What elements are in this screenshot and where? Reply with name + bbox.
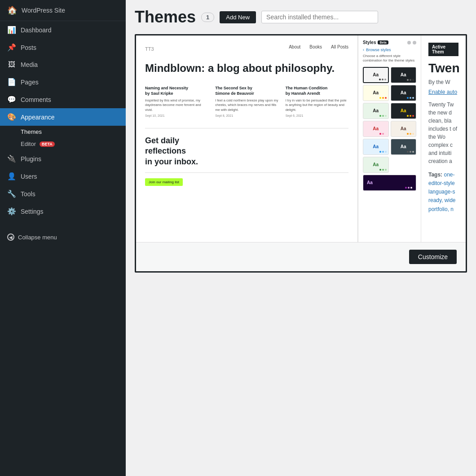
sidebar: 🏠 WordPress Site 📊 Dashboard 📌 Posts 🖼 M… [0,0,126,476]
style-swatch-10[interactable]: Aa [391,139,417,155]
styles-panel: Styles Beta ‹ Browse styles Choose a dif… [358,35,421,242]
users-icon: 👤 [7,172,16,181]
browser-post-1: Naming and Necessityby Saul Kripke Inspi… [145,86,208,117]
customize-button[interactable]: Customize [409,250,457,264]
sidebar-item-media[interactable]: 🖼 Media [0,56,126,73]
styles-panel-title: Styles Beta [363,40,388,45]
editor-beta-badge: beta [40,141,55,147]
post-date-3: Sept 6, 2021 [286,114,348,117]
media-icon: 🖼 [7,61,16,69]
posts-icon: 📌 [7,43,16,52]
post-title-2: The Second Sex bySimone de Beauvoir [215,86,278,96]
site-name-label: WordPress Site [22,7,65,14]
sidebar-item-users[interactable]: 👤 Users [0,167,126,185]
active-theme-description: Twenty Tw the new d clean, bla includes … [428,101,458,165]
post-excerpt-1: Inspirited by this wind of promise, my d… [145,98,208,113]
active-theme-name: Twen [428,62,458,75]
site-name-bar[interactable]: 🏠 WordPress Site [0,0,126,21]
active-theme-panel: Active Them Twen By the W Enable auto Tw… [421,35,466,242]
content-area: Themes 1 Add New TT3 About Books All P [126,0,476,476]
theme-count-badge: 1 [201,13,214,22]
post-excerpt-2: I feel a cold northern breeze play upon … [215,98,278,113]
collapse-menu-button[interactable]: ◀ Collapse menu [0,229,126,245]
post-excerpt-3: I try in vain to be persuaded that the p… [286,98,348,113]
search-themes-input[interactable] [261,11,378,23]
settings-icon: ⚙️ [7,207,16,216]
sidebar-item-comments[interactable]: 💬 Comments [0,91,126,108]
comments-icon: 💬 [7,95,16,104]
style-swatch-1[interactable]: Aa [363,67,389,83]
style-swatches: Aa Aa Aa [363,67,416,191]
active-theme-by: By the W [428,79,458,85]
browser-post-3: The Human Conditionby Hannah Arendt I tr… [286,86,348,117]
style-swatch-12[interactable]: Aa [363,175,416,191]
newsletter-title: Get dailyreflectionsin your inbox. [145,136,348,167]
sidebar-item-posts[interactable]: 📌 Posts [0,39,126,56]
post-date-2: Sept 8, 2021 [215,114,278,117]
browser-hero-text: Mindblown: a blog about philosophy. [145,61,348,75]
browser-posts: Naming and Necessityby Saul Kripke Inspi… [145,86,348,117]
browse-styles-nav[interactable]: ‹ Browse styles [363,48,416,52]
style-swatch-9[interactable]: Aa [363,139,389,155]
panel-controls [407,41,416,44]
style-swatch-7[interactable]: Aa [363,121,389,137]
plugins-icon: 🔌 [7,154,16,163]
sidebar-item-tools[interactable]: 🔧 Tools [0,185,126,203]
sidebar-item-settings[interactable]: ⚙️ Settings [0,203,126,220]
page-title: Themes [135,9,196,25]
post-title-1: Naming and Necessityby Saul Kripke [145,86,208,96]
sidebar-sub-item-themes[interactable]: Themes [0,126,126,138]
collapse-icon: ◀ [7,234,14,241]
appearance-icon: 🎨 [7,113,16,121]
post-title-3: The Human Conditionby Hannah Arendt [286,86,348,96]
pages-icon: 📄 [7,78,16,86]
styles-panel-header: Styles Beta [363,40,416,45]
style-swatch-5[interactable]: Aa [363,103,389,119]
sidebar-item-appearance[interactable]: 🎨 Appearance [0,108,126,126]
home-icon: 🏠 [7,5,17,15]
browser-post-2: The Second Sex bySimone de Beauvoir I fe… [215,86,278,117]
style-swatch-4[interactable]: Aa [391,85,417,101]
active-theme-tags: Tags: one- editor-style language-s ready… [428,171,458,214]
theme-bottom-bar: Customize [136,242,466,271]
main-content: Themes 1 Add New TT3 About Books All P [126,0,476,476]
browser-newsletter: Get dailyreflectionsin your inbox. Join … [145,128,348,186]
style-swatch-11[interactable]: Aa [363,157,389,173]
style-swatch-3[interactable]: Aa [363,85,389,101]
browser-site-name: TT3 [145,46,154,52]
style-swatch-8[interactable]: Aa [391,121,417,137]
style-swatch-6[interactable]: Aa [391,103,417,119]
sidebar-sub-item-editor[interactable]: Editor beta [0,138,126,150]
browser-nav: About Books All Posts [289,44,348,49]
panel-close-dot[interactable] [413,41,416,44]
sidebar-item-plugins[interactable]: 🔌 Plugins [0,150,126,167]
sidebar-item-pages[interactable]: 📄 Pages [0,73,126,91]
post-date-1: Sept 10, 2021 [145,114,208,117]
active-theme-label: Active Them [428,43,458,56]
style-swatch-2[interactable]: Aa [391,67,417,83]
panel-options-dot[interactable] [407,41,411,44]
add-new-button[interactable]: Add New [220,11,256,23]
tools-icon: 🔧 [7,190,16,198]
themes-header: Themes 1 Add New [135,9,467,25]
sidebar-item-dashboard[interactable]: 📊 Dashboard [0,21,126,39]
dashboard-icon: 📊 [7,26,16,34]
newsletter-cta[interactable]: Join our mailing list [145,178,183,186]
theme-browser-preview: TT3 About Books All Posts Mindblown: a b… [136,35,358,242]
styles-beta-badge: Beta [378,40,388,44]
styles-subtitle: Choose a different style combination for… [363,54,416,63]
theme-card: TT3 About Books All Posts Mindblown: a b… [135,34,467,273]
auto-update-link[interactable]: Enable auto [428,89,458,95]
